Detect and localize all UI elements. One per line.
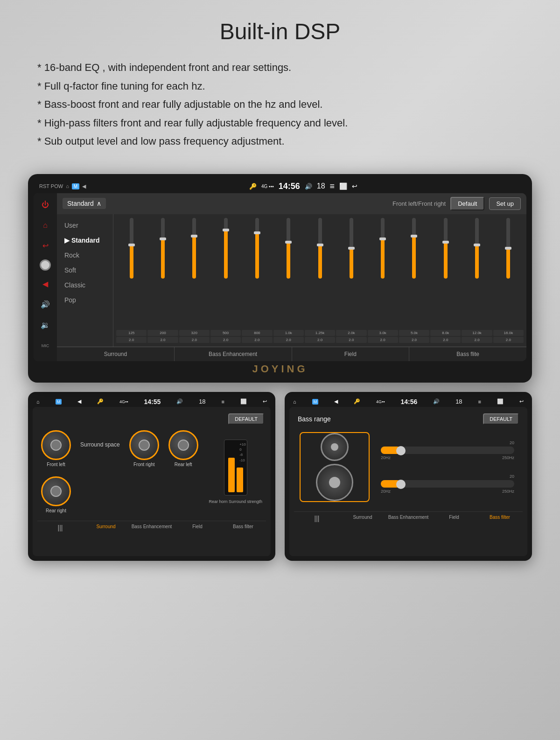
eq-slider-125[interactable] [116,218,147,293]
eq-slider-16.0k[interactable] [493,218,524,293]
bass-signal-icon: ◀ [334,398,338,405]
window-icon[interactable]: ⬜ [339,182,347,190]
knob-front-right[interactable]: Front right [129,430,159,467]
surround-top-bar: DEFAULT [37,412,266,426]
eq-slider-800[interactable] [242,218,272,293]
bass-sliders: 20 20Hz 250Hz 20 [376,430,519,504]
bass-volume: 18 [455,398,462,405]
vu-meter: +100-6-10 [224,440,247,496]
bass-screen: Bass range DEFAULT [289,407,527,556]
nav-surround[interactable]: Surround [83,521,129,535]
chevron-up-icon: ∧ [97,200,101,207]
power-icon[interactable]: ⏻ [38,198,52,212]
menu-icon[interactable]: ≡ [330,182,335,191]
preset-pop[interactable]: Pop [57,293,113,307]
eq-slider-12.0k[interactable] [462,218,492,293]
preset-classic[interactable]: Classic [57,278,113,293]
setup-button[interactable]: Set up [489,197,521,210]
slider-1-thumb[interactable] [396,446,406,455]
freq-label-12.0k: 12.0k [462,330,492,336]
surround-screen: DEFAULT Front left Surround space Front … [33,407,271,556]
gain-label-125: 2.0 [116,337,147,343]
gain-label-2.0k: 2.0 [336,337,366,343]
eq-btn-bass-enhancement[interactable]: Bass Enhancement [175,347,292,361]
eq-slider-500[interactable] [210,218,241,293]
knob-front-left[interactable]: Front left [41,430,71,467]
default-button[interactable]: Default [450,197,484,210]
eq-slider-320[interactable] [179,218,210,293]
gain-label-1.25k: 2.0 [305,337,335,343]
surround-default-btn[interactable]: DEFAULT [228,413,264,425]
bass-nav-eq-icon[interactable]: ||| [294,512,340,526]
bass-default-btn[interactable]: DEFAULT [483,413,519,425]
eq-btn-surround[interactable]: Surround [57,347,175,361]
main-volume: 18 [317,182,325,190]
eq-slider-3.0k[interactable] [368,218,398,293]
preset-rock[interactable]: Rock [57,248,113,263]
main-device: RST POW ⌂ M ◀ 🔑 4G ▪▪▪ 14:56 🔊 18 ≡ ⬜ ↩ … [28,174,532,383]
bass-back-icon[interactable]: ↩ [519,398,524,405]
undo-icon[interactable]: ↩ [38,239,52,253]
bass-menu-icon[interactable]: ≡ [478,399,481,405]
preset-user[interactable]: User [57,218,113,233]
bass-top-bar: Bass range DEFAULT [294,412,523,426]
home-nav-icon[interactable]: ⌂ [38,218,52,232]
bass-nav-field[interactable]: Field [431,512,477,526]
knob-icon[interactable] [40,259,51,271]
knobs-area: Front left Surround space Front right Re… [37,426,266,517]
knob-rear-left[interactable]: Rear left [168,430,198,467]
eq-slider-8.0k[interactable] [430,218,461,293]
nav-back-icon[interactable]: ◀ [38,277,52,291]
surr-menu-icon[interactable]: ≡ [222,399,224,405]
knob-rear-right[interactable]: Rear right [41,476,71,513]
vol-down-icon[interactable]: 🔉 [38,318,52,332]
surr-volume: 18 [199,398,205,405]
eq-btn-bass-flite[interactable]: Bass flite [409,347,526,361]
back-icon[interactable]: ↩ [352,182,357,190]
eq-panel: Standard ∧ Front left/Front right Defaul… [57,193,526,361]
nav-bass-filter[interactable]: Bass filter [220,521,266,535]
gain-label-320: 2.0 [179,337,210,343]
bass-nav-surround[interactable]: Surround [340,512,385,526]
preset-selector[interactable]: Standard ∧ [63,198,106,209]
bass-nav-bass-enhancement[interactable]: Bass Enhancement [385,512,431,526]
bass-media-icon: M [312,399,319,405]
slider-1-track[interactable] [381,447,514,454]
slider-2-value: 20 [381,474,514,479]
preset-standard[interactable]: Standard [57,233,113,248]
eq-slider-2.0k[interactable] [336,218,366,293]
surr-window-icon[interactable]: ⬜ [240,398,247,405]
eq-slider-200[interactable] [147,218,178,293]
surround-status-bar: ⌂ M ◀ 🔑 4G▪▪ 14:55 🔊 18 ≡ ⬜ ↩ [33,397,271,407]
nav-eq-icon[interactable]: ||| [37,521,83,535]
surr-media-icon: M [56,399,62,405]
bass-bottom-nav: ||| Surround Bass Enhancement Field Bass… [294,511,523,526]
freq-label-2.0k: 2.0k [336,330,366,336]
bass-home-icon: ⌂ [293,399,296,405]
knob-front-left-label: Front left [47,462,65,467]
nav-bass-enhancement[interactable]: Bass Enhancement [129,521,175,535]
preset-soft[interactable]: Soft [57,263,113,278]
eq-top-bar: Standard ∧ Front left/Front right Defaul… [57,193,526,214]
gain-label-200: 2.0 [147,337,178,343]
freq-label-320: 320 [179,330,210,336]
slider-2-thumb[interactable] [396,480,406,489]
surr-back-icon[interactable]: ↩ [263,398,267,405]
bass-nav-bass-filter[interactable]: Bass filter [477,512,523,526]
bass-status-bar: ⌂ M ◀ 🔑 4G▪▪ 14:56 🔊 18 ≡ ⬜ ↩ [289,397,527,407]
slider-2-track[interactable] [381,480,514,488]
eq-slider-1.25k[interactable] [305,218,335,293]
surr-network: 4G▪▪ [119,399,128,404]
nav-field[interactable]: Field [175,521,220,535]
vol-up-icon[interactable]: 🔊 [38,298,52,312]
eq-btn-field[interactable]: Field [292,347,410,361]
gain-label-3.0k: 2.0 [368,337,398,343]
nav-bass-enhancement-label: Bass Enhancement [132,524,172,529]
eq-slider-1.0k[interactable] [273,218,304,293]
gain-label-12.0k: 2.0 [462,337,492,343]
freq-label-3.0k: 3.0k [368,330,398,336]
eq-slider-5.0k[interactable] [399,218,429,293]
surr-signal-icon: ◀ [77,398,81,405]
bass-nav-field-label: Field [449,515,459,520]
bass-window-icon[interactable]: ⬜ [497,398,504,405]
